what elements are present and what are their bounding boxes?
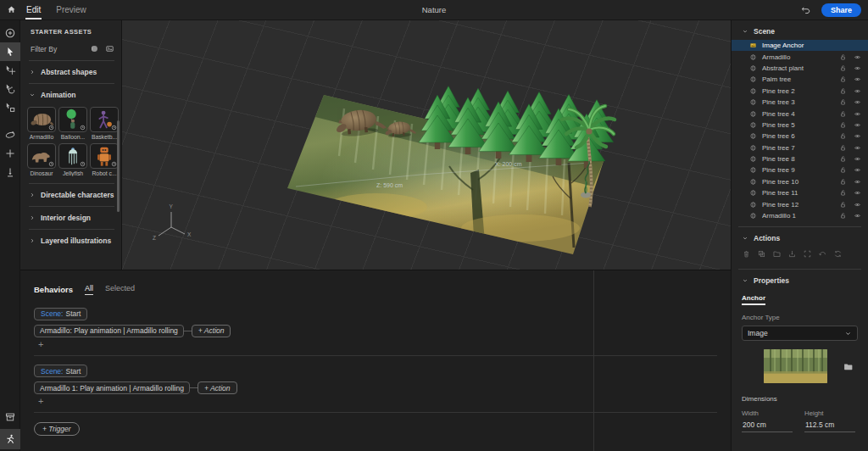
lock-open-icon[interactable]	[839, 64, 847, 72]
assets-section-0[interactable]: Abstract shapes	[20, 61, 121, 83]
eye-icon[interactable]	[854, 201, 861, 209]
orbit-tool[interactable]	[0, 125, 20, 144]
trigger-pill[interactable]: Scene: Start	[34, 365, 87, 377]
eye-icon[interactable]	[854, 189, 861, 197]
scene-item-image-anchor[interactable]: Image Anchor	[732, 40, 868, 51]
duplicate-action[interactable]	[757, 249, 766, 259]
add-trigger-button[interactable]: + Trigger	[34, 422, 80, 436]
scene-item-pine-tree-9[interactable]: Pine tree 9	[732, 164, 868, 175]
rotate-tool[interactable]	[0, 80, 20, 98]
undo-action[interactable]	[818, 249, 827, 259]
eye-icon[interactable]	[854, 75, 861, 83]
viewport-3d[interactable]: Z: 590 cm X: 200 cm	[122, 20, 731, 270]
assets-section-1[interactable]: Animation	[20, 84, 121, 106]
eye-icon[interactable]	[854, 110, 861, 118]
lock-open-icon[interactable]	[839, 53, 847, 61]
add-action-plus[interactable]: +	[38, 397, 731, 406]
assets-section-3[interactable]: Interior design	[20, 207, 121, 229]
scene-item-pine-tree-4[interactable]: Pine tree 4	[732, 108, 868, 119]
scale-tool[interactable]	[0, 98, 20, 117]
asset-tile-balloon[interactable]: Balloon...	[58, 107, 87, 140]
scene-item-pine-tree-2[interactable]: Pine tree 2	[732, 86, 868, 97]
add-action-button[interactable]: + Action	[192, 325, 231, 337]
lock-open-icon[interactable]	[839, 189, 847, 197]
move-tool[interactable]	[0, 61, 20, 80]
scene-item-pine-tree-8[interactable]: Pine tree 8	[732, 153, 868, 164]
eye-icon[interactable]	[854, 121, 861, 129]
assets-section-4[interactable]: Layered illustrations	[20, 230, 121, 252]
import-action[interactable]	[787, 249, 797, 259]
eye-icon[interactable]	[854, 132, 861, 140]
lock-open-icon[interactable]	[839, 87, 847, 95]
replace-action[interactable]	[833, 249, 843, 259]
scene-item-abstract-plant[interactable]: Abstract plant	[732, 63, 868, 74]
asset-tile-jellyfish[interactable]: Jellyfish	[58, 143, 87, 176]
lock-open-icon[interactable]	[839, 144, 847, 152]
fit-action[interactable]	[803, 249, 812, 259]
lock-open-icon[interactable]	[839, 121, 847, 129]
lock-open-icon[interactable]	[839, 98, 847, 106]
tab-preview[interactable]: Preview	[55, 1, 87, 19]
scene-section-header[interactable]: Scene	[732, 20, 868, 39]
eye-icon[interactable]	[854, 64, 861, 72]
lock-open-icon[interactable]	[839, 155, 847, 163]
eye-icon[interactable]	[854, 166, 861, 174]
action-pill[interactable]: Armadillo: Play animation | Armadillo ro…	[34, 325, 184, 337]
eye-icon[interactable]	[854, 155, 861, 163]
add-action-button[interactable]: + Action	[198, 381, 237, 394]
action-pill[interactable]: Armadillo 1: Play animation | Armadillo …	[34, 381, 190, 394]
scene-item-pine-tree-11[interactable]: Pine tree 11	[732, 187, 868, 198]
behaviors-tab-all[interactable]: All	[85, 284, 93, 295]
eye-icon[interactable]	[854, 178, 861, 186]
add-action-plus[interactable]: +	[38, 340, 731, 349]
home-button[interactable]	[0, 0, 22, 20]
delete-action[interactable]	[742, 249, 751, 259]
eye-icon[interactable]	[854, 98, 861, 106]
anchor-tab[interactable]: Anchor	[742, 294, 765, 305]
scene-item-pine-tree-5[interactable]: Pine tree 5	[732, 120, 868, 131]
scene-item-armadillo-1[interactable]: Armadillo 1	[732, 210, 868, 221]
asset-tile-basketball[interactable]: Basketb...	[90, 107, 119, 140]
anchor-type-dropdown[interactable]: Image	[742, 326, 858, 341]
assets-scrollbar[interactable]	[117, 120, 120, 212]
lock-open-icon[interactable]	[839, 110, 847, 118]
asset-tile-armadillo[interactable]: Armadillo	[27, 107, 56, 140]
folder-icon[interactable]	[843, 361, 854, 372]
share-button[interactable]: Share	[821, 3, 861, 17]
scene-item-pine-tree-12[interactable]: Pine tree 12	[732, 198, 868, 209]
scene-item-pine-tree-7[interactable]: Pine tree 7	[732, 142, 868, 153]
pan-tool[interactable]	[0, 144, 20, 163]
lock-open-icon[interactable]	[839, 178, 847, 186]
select-tool[interactable]	[0, 42, 20, 61]
properties-section-header[interactable]: Properties	[732, 270, 868, 288]
group-action[interactable]	[772, 249, 782, 259]
width-input[interactable]: 200 cm	[742, 417, 793, 432]
3d-filter-icon[interactable]	[90, 44, 99, 53]
scene-item-armadillo[interactable]: Armadillo	[732, 51, 868, 62]
eye-icon[interactable]	[854, 144, 861, 152]
anchor-image-thumbnail[interactable]	[764, 349, 827, 383]
lock-open-icon[interactable]	[839, 212, 847, 220]
lock-open-icon[interactable]	[839, 166, 847, 174]
behaviors-tab-selected[interactable]: Selected	[105, 284, 135, 294]
height-input[interactable]: 112.5 cm	[804, 417, 855, 432]
eye-icon[interactable]	[854, 87, 861, 95]
undo-icon[interactable]	[800, 4, 811, 15]
image-filter-icon[interactable]	[105, 44, 114, 53]
scene-item-pine-tree-6[interactable]: Pine tree 6	[732, 131, 868, 142]
tab-edit[interactable]: Edit	[25, 1, 42, 19]
scene-item-palm-tree[interactable]: Palm tree	[732, 74, 868, 85]
lock-open-icon[interactable]	[839, 201, 847, 209]
lock-open-icon[interactable]	[839, 132, 847, 140]
add-tool[interactable]	[0, 24, 20, 42]
assets-section-2[interactable]: Directable characters	[20, 184, 121, 206]
asset-tile-robot[interactable]: Robot c...	[90, 143, 119, 176]
asset-box-tool[interactable]	[0, 407, 20, 427]
trigger-pill[interactable]: Scene: Start	[34, 308, 87, 320]
lock-open-icon[interactable]	[839, 75, 847, 83]
eye-icon[interactable]	[854, 212, 861, 220]
scene-item-pine-tree-10[interactable]: Pine tree 10	[732, 176, 868, 187]
actions-section-header[interactable]: Actions	[732, 227, 868, 246]
eye-icon[interactable]	[854, 53, 861, 61]
behaviors-tool[interactable]	[0, 429, 20, 449]
